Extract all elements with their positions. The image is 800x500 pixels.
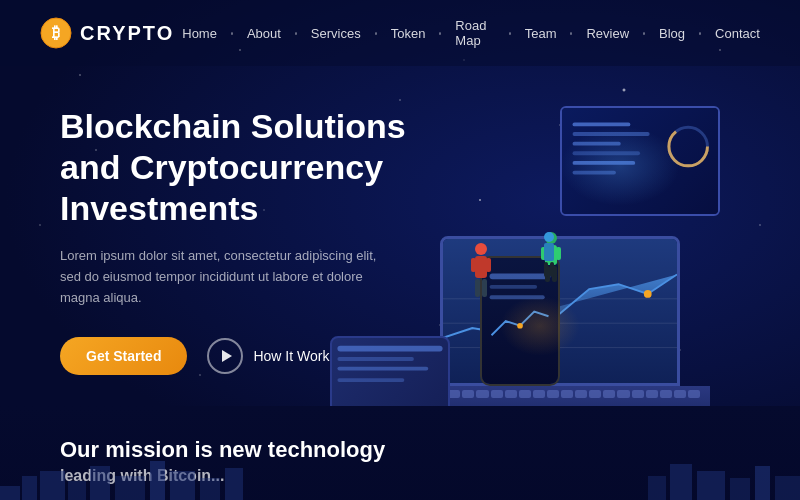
svg-point-17 [517, 323, 523, 329]
svg-rect-38 [0, 486, 20, 500]
svg-rect-26 [471, 258, 476, 272]
nav-separator-4 [439, 32, 441, 35]
svg-rect-40 [40, 471, 65, 500]
svg-rect-3 [573, 132, 650, 136]
nav-services[interactable]: Services [303, 22, 369, 45]
svg-rect-6 [573, 161, 636, 165]
svg-point-22 [475, 243, 487, 255]
svg-rect-51 [730, 478, 750, 500]
nav-blog[interactable]: Blog [651, 22, 693, 45]
svg-rect-21 [337, 378, 404, 382]
svg-rect-25 [482, 279, 487, 297]
svg-rect-53 [775, 476, 800, 500]
svg-rect-15 [490, 285, 537, 289]
svg-rect-23 [475, 256, 487, 278]
nav-about[interactable]: About [239, 22, 289, 45]
nav-separator-8 [699, 32, 701, 35]
hero-subtitle: Lorem ipsum dolor sit amet, consectetur … [60, 246, 380, 308]
svg-rect-48 [648, 476, 666, 500]
city-skyline [0, 456, 800, 500]
svg-point-13 [644, 290, 652, 298]
logo[interactable]: ₿ CRYPTO [40, 17, 174, 49]
how-it-works-button[interactable]: How It Works [207, 338, 336, 374]
nav-separator-7 [643, 32, 645, 35]
hero-title: Blockchain Solutionsand CryptocurrencyIn… [60, 106, 440, 228]
nav-review[interactable]: Review [578, 22, 637, 45]
header: ₿ CRYPTO Home About Services Token Road … [0, 0, 800, 66]
nav-separator-1 [231, 32, 233, 35]
svg-rect-19 [337, 357, 413, 361]
svg-rect-52 [755, 466, 770, 500]
monitor-screen [562, 108, 718, 214]
svg-rect-44 [150, 461, 165, 500]
play-button-circle [207, 338, 243, 374]
nav-token[interactable]: Token [383, 22, 434, 45]
person-figure-3 [540, 231, 556, 276]
nav-roadmap[interactable]: Road Map [447, 14, 502, 52]
main-nav: Home About Services Token Road Map Team … [174, 14, 768, 52]
hero-section: Blockchain Solutionsand CryptocurrencyIn… [0, 66, 800, 406]
nav-contact[interactable]: Contact [707, 22, 768, 45]
svg-rect-24 [475, 279, 480, 297]
svg-text:₿: ₿ [52, 24, 60, 41]
hero-illustration [440, 96, 740, 436]
monitor [560, 106, 720, 216]
svg-rect-2 [573, 122, 631, 126]
person-figure-1 [470, 241, 490, 296]
play-icon [222, 350, 232, 362]
city-skyline-svg [0, 456, 800, 500]
svg-rect-39 [22, 476, 37, 500]
brand-name: CRYPTO [80, 22, 174, 45]
svg-rect-45 [170, 471, 195, 500]
bitcoin-icon: ₿ [40, 17, 72, 49]
svg-rect-4 [573, 142, 621, 146]
nav-separator-5 [509, 32, 511, 35]
svg-rect-16 [490, 295, 545, 299]
svg-rect-50 [697, 471, 725, 500]
svg-rect-41 [68, 481, 86, 500]
nav-separator-2 [295, 32, 297, 35]
svg-rect-36 [544, 262, 548, 277]
svg-rect-49 [670, 464, 692, 500]
svg-point-34 [544, 232, 554, 242]
svg-rect-5 [573, 151, 640, 155]
get-started-button[interactable]: Get Started [60, 337, 187, 375]
hero-content: Blockchain Solutionsand CryptocurrencyIn… [60, 96, 440, 375]
svg-rect-7 [573, 171, 616, 175]
monitor-chart [562, 108, 718, 214]
svg-rect-46 [200, 478, 220, 500]
nav-team[interactable]: Team [517, 22, 565, 45]
nav-home[interactable]: Home [174, 22, 225, 45]
svg-rect-42 [90, 466, 110, 500]
svg-rect-18 [337, 346, 442, 352]
svg-rect-35 [544, 243, 554, 261]
svg-rect-20 [337, 367, 428, 371]
svg-rect-47 [225, 468, 243, 500]
svg-point-9 [669, 127, 708, 166]
svg-rect-43 [115, 476, 145, 500]
nav-separator-6 [570, 32, 572, 35]
nav-separator-3 [375, 32, 377, 35]
svg-rect-37 [550, 262, 554, 277]
how-it-works-label: How It Works [253, 348, 336, 364]
mission-section: Our mission is new technology leading wi… [0, 406, 800, 500]
svg-rect-27 [486, 258, 491, 272]
